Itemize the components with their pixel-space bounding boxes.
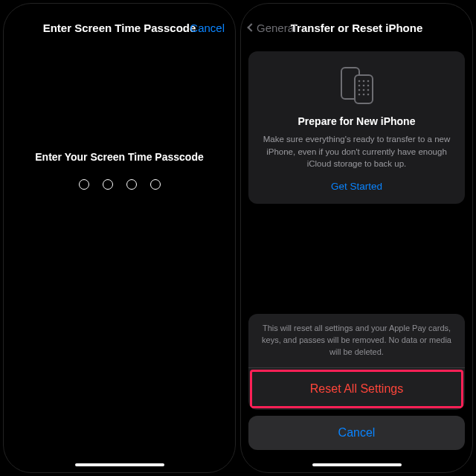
navbar: General Transfer or Reset iPhone [241,11,472,44]
passcode-area: Enter Your Screen Time Passcode [4,44,235,472]
svg-point-11 [358,94,360,96]
svg-point-12 [362,94,364,96]
passcode-dots[interactable] [79,179,161,190]
screen-reset: General Transfer or Reset iPhone Prepare… [240,3,473,473]
svg-point-8 [358,89,360,91]
svg-point-10 [367,89,369,91]
action-sheet: This will reset all settings and your Ap… [248,314,465,450]
svg-point-5 [358,85,360,87]
svg-point-13 [367,94,369,96]
passcode-dot [103,179,113,190]
svg-point-9 [362,89,364,91]
action-sheet-group: This will reset all settings and your Ap… [248,314,465,410]
content: Prepare for New iPhone Make sure everyth… [241,44,472,472]
navbar: Enter Screen Time Passcode Cancel [4,11,235,44]
reset-all-settings-button[interactable]: Reset All Settings [250,370,463,408]
back-button[interactable]: General [248,22,296,34]
passcode-dot [150,179,161,190]
screen-passcode: Enter Screen Time Passcode Cancel Enter … [3,3,236,473]
passcode-prompt: Enter Your Screen Time Passcode [35,151,203,163]
svg-point-6 [362,85,364,87]
passcode-dot [126,179,137,190]
card-desc: Make sure everything's ready to transfer… [259,133,454,170]
card-title: Prepare for New iPhone [259,115,454,127]
nav-title: Transfer or Reset iPhone [291,22,423,34]
svg-point-7 [367,85,369,87]
cancel-button[interactable]: Cancel [248,416,465,450]
svg-point-3 [362,80,364,83]
chevron-left-icon [247,23,255,31]
prepare-card: Prepare for New iPhone Make sure everyth… [248,51,465,204]
home-indicator[interactable] [75,463,164,466]
get-started-button[interactable]: Get Started [259,181,454,192]
nav-title: Enter Screen Time Passcode [43,22,196,34]
svg-point-4 [367,80,369,83]
action-sheet-message: This will reset all settings and your Ap… [248,314,465,368]
passcode-dot [79,179,89,190]
svg-point-2 [358,80,360,83]
device-transfer-icon [259,65,454,106]
cancel-button[interactable]: Cancel [190,22,225,34]
home-indicator[interactable] [312,463,402,466]
back-label: General [257,22,296,34]
